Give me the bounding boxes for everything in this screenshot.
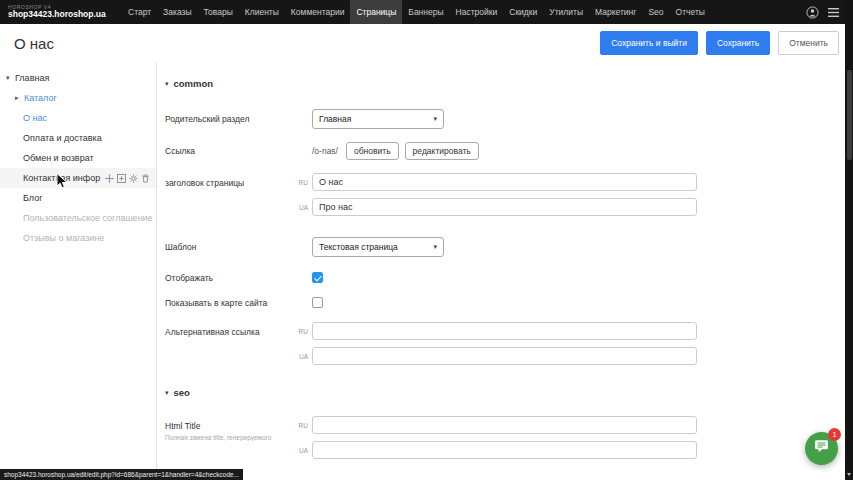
- page-title: О нас: [14, 35, 54, 52]
- field-label-parent-section: Родительский раздел: [165, 114, 312, 124]
- section-title: common: [174, 78, 214, 89]
- tree-item-label: Главная: [15, 73, 49, 83]
- page-title-ua-input[interactable]: [312, 198, 697, 216]
- gear-icon[interactable]: [129, 174, 138, 183]
- nav-seo[interactable]: Seo: [642, 0, 669, 24]
- lang-tag-ru: RU: [298, 179, 308, 186]
- field-label-alt-link: Альтернативная ссылка: [165, 322, 298, 337]
- status-bar-url: shop34423.horoshop.ua/edit/edit.php?id=6…: [0, 469, 243, 480]
- chevron-down-icon: ▾: [165, 80, 169, 88]
- pages-tree-sidebar: ▾ Главная ▸ Каталог О нас Оплата и доста…: [0, 62, 157, 480]
- alt-link-ua-input[interactable]: [312, 347, 697, 365]
- save-button[interactable]: Сохранить: [706, 31, 770, 55]
- page-scrollbar[interactable]: [845, 0, 853, 480]
- lang-tag-ua: UA: [298, 447, 308, 454]
- edit-link-button[interactable]: редактировать: [405, 142, 479, 160]
- page-url-text: /o-nas/: [312, 146, 338, 156]
- tree-item-label: Каталог: [24, 93, 57, 103]
- trash-icon[interactable]: [141, 174, 150, 183]
- nav-reports[interactable]: Отчеты: [670, 0, 711, 24]
- template-select[interactable]: Текстовая страница ▾: [312, 237, 444, 257]
- content: ▾ Главная ▸ Каталог О нас Оплата и доста…: [0, 62, 853, 480]
- field-label-template: Шаблон: [165, 242, 312, 252]
- scrollbar-thumb[interactable]: [847, 70, 852, 160]
- lang-tag-ru: RU: [298, 328, 308, 335]
- logo-domain-label: shop34423.horoshop.ua: [8, 10, 122, 19]
- nav-comments[interactable]: Комментарии: [285, 0, 351, 24]
- nav-orders[interactable]: Заказы: [157, 0, 197, 24]
- nav-discounts[interactable]: Скидки: [503, 0, 543, 24]
- tree-item-store-reviews[interactable]: Отзывы о магазине: [0, 228, 156, 248]
- nav-start[interactable]: Старт: [122, 0, 157, 24]
- refresh-link-button[interactable]: обновить: [346, 142, 399, 160]
- nav-clients[interactable]: Клиенты: [239, 0, 285, 24]
- parent-section-select[interactable]: Главная ▾: [312, 109, 444, 129]
- field-label-sitemap: Показывать в карте сайта: [165, 298, 312, 308]
- nav-settings[interactable]: Настройки: [450, 0, 504, 24]
- tree-item-home[interactable]: ▾ Главная: [0, 68, 156, 88]
- menu-icon[interactable]: [828, 7, 839, 18]
- chevron-down-icon: ▾: [165, 389, 169, 397]
- nav-pages[interactable]: Страницы: [350, 0, 402, 24]
- cancel-button[interactable]: Отменить: [778, 31, 839, 55]
- nav-marketing[interactable]: Маркетинг: [589, 0, 642, 24]
- tree-item-label: О нас: [23, 113, 47, 123]
- chevron-down-icon[interactable]: ▾: [6, 74, 15, 82]
- field-label-display: Отображать: [165, 273, 312, 283]
- tree-item-label: Блог: [23, 193, 42, 203]
- field-label-link: Ссылка: [165, 146, 312, 156]
- tree-item-contact-info[interactable]: Контактная инфор: [0, 168, 156, 188]
- account-icon[interactable]: [806, 6, 819, 19]
- section-title: seo: [174, 387, 190, 398]
- html-title-ua-input[interactable]: [312, 441, 697, 459]
- nav-utilities[interactable]: Утилиты: [543, 0, 589, 24]
- html-title-ru-input[interactable]: [312, 416, 697, 434]
- chat-icon: [813, 438, 830, 459]
- tree-item-catalog[interactable]: ▸ Каталог: [0, 88, 156, 108]
- page-edit-form: ▾ common Родительский раздел Главная ▾ С…: [157, 62, 853, 480]
- chevron-right-icon[interactable]: ▸: [15, 94, 24, 102]
- tree-item-label: Обмен и возврат: [23, 153, 94, 163]
- alt-link-ru-input[interactable]: [312, 322, 697, 340]
- tree-item-user-agreement[interactable]: Пользовательское соглашение: [0, 208, 156, 228]
- tree-item-label: Пользовательское соглашение: [23, 213, 153, 223]
- page-header: О нас Сохранить и выйти Сохранить Отмени…: [0, 24, 853, 62]
- chat-widget-button[interactable]: 1: [805, 432, 838, 465]
- nav-banners[interactable]: Баннеры: [402, 0, 449, 24]
- top-navigation: Старт Заказы Товары Клиенты Комментарии …: [122, 0, 711, 24]
- chat-unread-badge: 1: [828, 428, 841, 441]
- tree-item-label: Оплата и доставка: [23, 133, 102, 143]
- select-value: Главная: [319, 114, 351, 124]
- section-seo[interactable]: ▾ seo: [165, 387, 853, 398]
- tree-item-about[interactable]: О нас: [0, 108, 156, 128]
- lang-tag-ru: RU: [298, 422, 308, 429]
- tree-item-blog[interactable]: Блог: [0, 188, 156, 208]
- select-value: Текстовая страница: [319, 242, 398, 252]
- tree-item-payment-delivery[interactable]: Оплата и доставка: [0, 128, 156, 148]
- chevron-down-icon: ▾: [433, 115, 437, 123]
- display-checkbox[interactable]: [312, 272, 323, 283]
- page-title-ru-input[interactable]: [312, 173, 697, 191]
- tree-item-label: Отзывы о магазине: [23, 233, 104, 243]
- nav-products[interactable]: Товары: [198, 0, 239, 24]
- sitemap-checkbox[interactable]: [312, 297, 323, 308]
- tree-item-label: Контактная инфор: [23, 173, 100, 183]
- tree-item-actions: [105, 174, 150, 183]
- lang-tag-ua: UA: [298, 353, 308, 360]
- topbar: HOROSHOP V4 shop34423.horoshop.ua Старт …: [0, 0, 853, 24]
- save-and-exit-button[interactable]: Сохранить и выйти: [600, 31, 698, 55]
- html-title-hint: Полная замена title, генерируемого: [165, 434, 305, 441]
- tree-item-exchange-return[interactable]: Обмен и возврат: [0, 148, 156, 168]
- lang-tag-ua: UA: [298, 204, 308, 211]
- header-buttons: Сохранить и выйти Сохранить Отменить: [600, 31, 839, 55]
- logo[interactable]: HOROSHOP V4 shop34423.horoshop.ua: [0, 5, 122, 20]
- field-label-html-title: Html Title Полная замена title, генериру…: [165, 416, 298, 441]
- field-label-page-title: заголовок страницы: [165, 173, 298, 188]
- section-common[interactable]: ▾ common: [165, 78, 853, 89]
- move-icon[interactable]: [105, 174, 114, 183]
- chevron-down-icon: ▾: [433, 243, 437, 251]
- add-page-icon[interactable]: [117, 174, 126, 183]
- scroll-down-arrow-icon[interactable]: [845, 470, 853, 478]
